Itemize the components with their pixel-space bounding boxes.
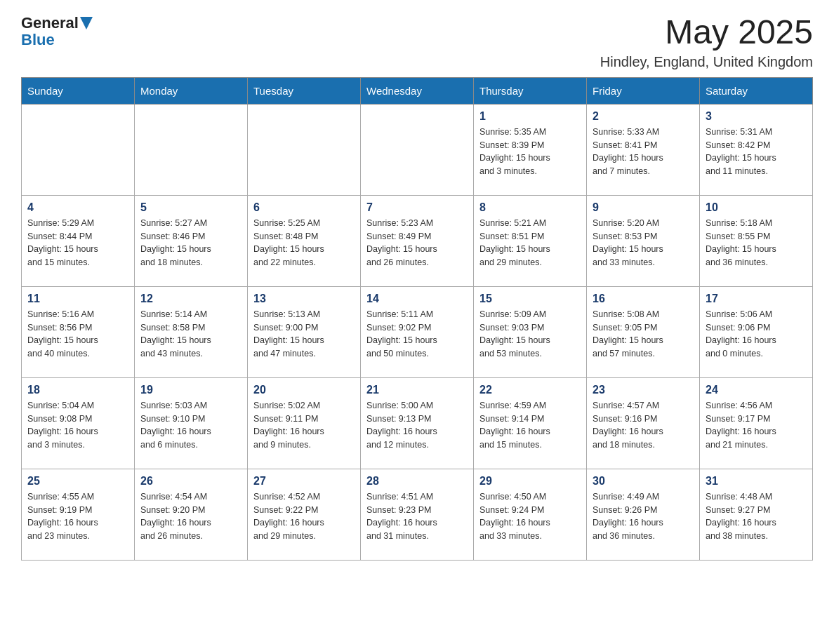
- day-info: Sunrise: 4:59 AM Sunset: 9:14 PM Dayligh…: [479, 399, 581, 452]
- day-number: 18: [27, 384, 128, 396]
- day-number: 9: [593, 201, 694, 214]
- logo-triangle-icon: [80, 17, 93, 29]
- day-number: 19: [140, 384, 241, 396]
- day-number: 3: [706, 110, 807, 123]
- calendar-cell: [248, 104, 361, 195]
- calendar-cell: 10Sunrise: 5:18 AM Sunset: 8:55 PM Dayli…: [700, 195, 813, 286]
- day-number: 15: [479, 293, 581, 305]
- day-number: 8: [479, 201, 581, 214]
- calendar-cell: 23Sunrise: 4:57 AM Sunset: 9:16 PM Dayli…: [587, 377, 700, 469]
- day-info: Sunrise: 4:56 AM Sunset: 9:17 PM Dayligh…: [706, 399, 807, 452]
- day-number: 25: [27, 475, 128, 488]
- calendar-cell: 31Sunrise: 4:48 AM Sunset: 9:27 PM Dayli…: [700, 469, 813, 560]
- day-number: 11: [27, 293, 128, 305]
- calendar-week-2: 4Sunrise: 5:29 AM Sunset: 8:44 PM Daylig…: [22, 195, 813, 286]
- calendar-header-row: SundayMondayTuesdayWednesdayThursdayFrid…: [22, 77, 813, 104]
- day-info: Sunrise: 5:20 AM Sunset: 8:53 PM Dayligh…: [593, 217, 694, 269]
- calendar-cell: [22, 104, 135, 195]
- day-number: 31: [706, 475, 807, 488]
- day-number: 23: [593, 384, 694, 396]
- calendar-cell: 1Sunrise: 5:35 AM Sunset: 8:39 PM Daylig…: [474, 104, 587, 195]
- calendar-cell: 7Sunrise: 5:23 AM Sunset: 8:49 PM Daylig…: [361, 195, 474, 286]
- day-number: 20: [253, 384, 355, 396]
- weekday-header-sunday: Sunday: [22, 77, 135, 104]
- calendar-cell: [361, 104, 474, 195]
- calendar-table: SundayMondayTuesdayWednesdayThursdayFrid…: [21, 77, 813, 561]
- weekday-header-thursday: Thursday: [474, 77, 587, 104]
- logo: General Blue: [21, 14, 93, 49]
- calendar-cell: 26Sunrise: 4:54 AM Sunset: 9:20 PM Dayli…: [135, 469, 248, 560]
- day-info: Sunrise: 5:04 AM Sunset: 9:08 PM Dayligh…: [27, 399, 128, 452]
- calendar-cell: 30Sunrise: 4:49 AM Sunset: 9:26 PM Dayli…: [587, 469, 700, 560]
- day-number: 24: [706, 384, 807, 396]
- calendar-cell: 12Sunrise: 5:14 AM Sunset: 8:58 PM Dayli…: [135, 286, 248, 377]
- month-title: May 2025: [600, 14, 813, 51]
- day-info: Sunrise: 5:11 AM Sunset: 9:02 PM Dayligh…: [366, 308, 468, 361]
- calendar-cell: 15Sunrise: 5:09 AM Sunset: 9:03 PM Dayli…: [474, 286, 587, 377]
- day-number: 27: [253, 475, 355, 488]
- day-number: 17: [706, 293, 807, 305]
- day-info: Sunrise: 5:00 AM Sunset: 9:13 PM Dayligh…: [366, 399, 468, 452]
- day-info: Sunrise: 5:35 AM Sunset: 8:39 PM Dayligh…: [479, 126, 581, 178]
- calendar-cell: 19Sunrise: 5:03 AM Sunset: 9:10 PM Dayli…: [135, 377, 248, 469]
- day-number: 21: [366, 384, 468, 396]
- calendar-cell: 27Sunrise: 4:52 AM Sunset: 9:22 PM Dayli…: [248, 469, 361, 560]
- day-number: 14: [366, 293, 468, 305]
- logo-general-text: General: [21, 14, 79, 32]
- day-info: Sunrise: 5:27 AM Sunset: 8:46 PM Dayligh…: [140, 217, 241, 269]
- calendar-cell: 11Sunrise: 5:16 AM Sunset: 8:56 PM Dayli…: [22, 286, 135, 377]
- calendar-week-5: 25Sunrise: 4:55 AM Sunset: 9:19 PM Dayli…: [22, 469, 813, 560]
- day-info: Sunrise: 5:21 AM Sunset: 8:51 PM Dayligh…: [479, 217, 581, 269]
- weekday-header-wednesday: Wednesday: [361, 77, 474, 104]
- day-number: 22: [479, 384, 581, 396]
- calendar-week-3: 11Sunrise: 5:16 AM Sunset: 8:56 PM Dayli…: [22, 286, 813, 377]
- day-number: 4: [27, 201, 128, 214]
- weekday-header-saturday: Saturday: [700, 77, 813, 104]
- day-number: 26: [140, 475, 241, 488]
- day-info: Sunrise: 5:25 AM Sunset: 8:48 PM Dayligh…: [253, 217, 355, 269]
- day-info: Sunrise: 4:52 AM Sunset: 9:22 PM Dayligh…: [253, 490, 355, 543]
- page-header: General Blue May 2025 Hindley, England, …: [21, 14, 813, 70]
- calendar-cell: 29Sunrise: 4:50 AM Sunset: 9:24 PM Dayli…: [474, 469, 587, 560]
- day-info: Sunrise: 5:23 AM Sunset: 8:49 PM Dayligh…: [366, 217, 468, 269]
- day-number: 6: [253, 201, 355, 214]
- day-info: Sunrise: 5:13 AM Sunset: 9:00 PM Dayligh…: [253, 308, 355, 361]
- day-info: Sunrise: 4:55 AM Sunset: 9:19 PM Dayligh…: [27, 490, 128, 543]
- day-info: Sunrise: 5:03 AM Sunset: 9:10 PM Dayligh…: [140, 399, 241, 452]
- day-number: 2: [593, 110, 694, 123]
- title-block: May 2025 Hindley, England, United Kingdo…: [600, 14, 813, 70]
- calendar-week-4: 18Sunrise: 5:04 AM Sunset: 9:08 PM Dayli…: [22, 377, 813, 469]
- weekday-header-tuesday: Tuesday: [248, 77, 361, 104]
- calendar-cell: 14Sunrise: 5:11 AM Sunset: 9:02 PM Dayli…: [361, 286, 474, 377]
- calendar-cell: 2Sunrise: 5:33 AM Sunset: 8:41 PM Daylig…: [587, 104, 700, 195]
- calendar-cell: [135, 104, 248, 195]
- calendar-cell: 3Sunrise: 5:31 AM Sunset: 8:42 PM Daylig…: [700, 104, 813, 195]
- day-number: 12: [140, 293, 241, 305]
- day-info: Sunrise: 5:29 AM Sunset: 8:44 PM Dayligh…: [27, 217, 128, 269]
- svg-marker-0: [80, 17, 93, 29]
- day-info: Sunrise: 4:51 AM Sunset: 9:23 PM Dayligh…: [366, 490, 468, 543]
- calendar-cell: 22Sunrise: 4:59 AM Sunset: 9:14 PM Dayli…: [474, 377, 587, 469]
- calendar-cell: 13Sunrise: 5:13 AM Sunset: 9:00 PM Dayli…: [248, 286, 361, 377]
- day-info: Sunrise: 5:02 AM Sunset: 9:11 PM Dayligh…: [253, 399, 355, 452]
- day-number: 13: [253, 293, 355, 305]
- logo-wordmark: General Blue: [21, 14, 93, 49]
- calendar-cell: 25Sunrise: 4:55 AM Sunset: 9:19 PM Dayli…: [22, 469, 135, 560]
- calendar-cell: 8Sunrise: 5:21 AM Sunset: 8:51 PM Daylig…: [474, 195, 587, 286]
- day-number: 7: [366, 201, 468, 214]
- calendar-cell: 9Sunrise: 5:20 AM Sunset: 8:53 PM Daylig…: [587, 195, 700, 286]
- day-number: 16: [593, 293, 694, 305]
- day-info: Sunrise: 5:09 AM Sunset: 9:03 PM Dayligh…: [479, 308, 581, 361]
- calendar-cell: 17Sunrise: 5:06 AM Sunset: 9:06 PM Dayli…: [700, 286, 813, 377]
- day-info: Sunrise: 5:08 AM Sunset: 9:05 PM Dayligh…: [593, 308, 694, 361]
- location-title: Hindley, England, United Kingdom: [600, 54, 813, 70]
- calendar-cell: 16Sunrise: 5:08 AM Sunset: 9:05 PM Dayli…: [587, 286, 700, 377]
- day-info: Sunrise: 4:50 AM Sunset: 9:24 PM Dayligh…: [479, 490, 581, 543]
- day-info: Sunrise: 4:54 AM Sunset: 9:20 PM Dayligh…: [140, 490, 241, 543]
- day-info: Sunrise: 5:31 AM Sunset: 8:42 PM Dayligh…: [706, 126, 807, 178]
- day-info: Sunrise: 5:06 AM Sunset: 9:06 PM Dayligh…: [706, 308, 807, 361]
- day-info: Sunrise: 4:57 AM Sunset: 9:16 PM Dayligh…: [593, 399, 694, 452]
- day-info: Sunrise: 4:48 AM Sunset: 9:27 PM Dayligh…: [706, 490, 807, 543]
- calendar-cell: 20Sunrise: 5:02 AM Sunset: 9:11 PM Dayli…: [248, 377, 361, 469]
- day-number: 10: [706, 201, 807, 214]
